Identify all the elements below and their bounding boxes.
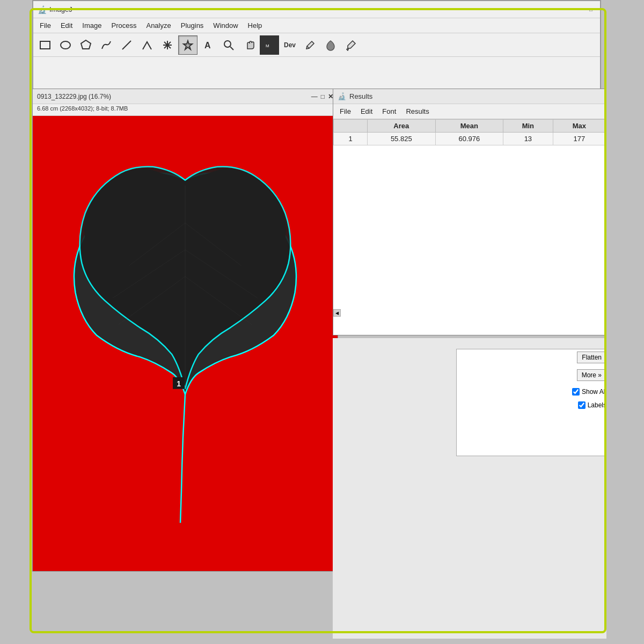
cell-min: 13 (503, 133, 553, 145)
results-title-bar: 🔬 Results (333, 89, 606, 104)
dropper-tool[interactable] (341, 35, 361, 55)
menu-edit[interactable]: Edit (56, 20, 77, 31)
labels-check[interactable] (578, 401, 586, 409)
color-picker-tool[interactable] (321, 35, 340, 55)
cell-index: 1 (334, 133, 368, 145)
freehand-tool[interactable] (97, 35, 116, 55)
dev-label: Dev (284, 41, 296, 49)
image-window-controls: — □ ✕ (311, 93, 333, 100)
image-title: 0913_132229.jpg (16.7%) (37, 93, 111, 100)
col-header-min: Min (503, 120, 553, 133)
menu-image[interactable]: Image (78, 20, 106, 31)
svg-marker-8 (184, 41, 192, 49)
image-info-bar: 6.68 cm (2268x4032); 8-bit; 8.7MB (33, 104, 338, 116)
angle-tool[interactable] (137, 35, 157, 55)
scroll-left-btn[interactable]: ◀ (333, 309, 341, 317)
imagej-title: ImageJ (49, 5, 574, 13)
image-info-text: 6.68 cm (2268x4032); 8-bit; 8.7MB (37, 105, 128, 112)
results-menu-file[interactable]: File (335, 106, 355, 116)
flatten-btn[interactable]: Flatten (577, 352, 606, 363)
svg-point-10 (224, 41, 231, 47)
text-tool[interactable]: A (199, 35, 218, 55)
menu-analyze[interactable]: Analyze (142, 20, 175, 31)
svg-point-1 (61, 41, 70, 49)
window-controls: — □ (574, 5, 596, 14)
wand-tool[interactable] (178, 35, 197, 55)
results-title: Results (349, 92, 372, 100)
results-scroll-area[interactable]: Area Mean Min Max 1 55.825 60.976 13 177… (333, 119, 606, 317)
col-header-mean: Mean (435, 120, 503, 133)
labels-label: Labels (588, 401, 606, 409)
more-label: More » (582, 371, 602, 379)
table-row: 1 55.825 60.976 13 177 (334, 133, 606, 145)
col-header-max: Max (553, 120, 605, 133)
svg-text:1: 1 (177, 379, 181, 388)
svg-rect-0 (40, 41, 50, 49)
svg-line-3 (122, 41, 131, 49)
menu-plugins[interactable]: Plugins (177, 20, 208, 31)
dev-button[interactable]: Dev (280, 35, 299, 55)
menu-process[interactable]: Process (107, 20, 141, 31)
rectangle-tool[interactable] (35, 35, 55, 55)
zoom-tool[interactable] (219, 35, 238, 55)
oval-tool[interactable] (56, 35, 75, 55)
show-all-check[interactable] (572, 388, 580, 396)
polygon-tool[interactable] (76, 35, 96, 55)
results-menu-bar: File Edit Font Results (333, 104, 606, 119)
results-icon: 🔬 (338, 92, 346, 100)
results-menu-results[interactable]: Results (401, 106, 433, 116)
menu-window[interactable]: Window (209, 20, 242, 31)
imagej-main-window: 🔬 ImageJ — □ File Edit Image Process Ana… (32, 0, 601, 97)
cell-mean: 60.976 (435, 133, 503, 145)
cell-max: 177 (553, 133, 605, 145)
more-btn[interactable]: More » (577, 369, 606, 381)
col-header-area: Area (367, 120, 435, 133)
svg-line-11 (230, 47, 233, 50)
imagej-toolbar: A M Dev (33, 33, 600, 57)
cell-area: 55.825 (367, 133, 435, 145)
menu-file[interactable]: File (35, 20, 55, 31)
results-window: 🔬 Results File Edit Font Results Area Me… (333, 89, 606, 335)
svg-marker-2 (81, 40, 91, 49)
flatten-label: Flatten (582, 354, 602, 361)
bottom-panel: Flatten More » Show All Labels ▼ (333, 338, 606, 639)
line-tool[interactable] (117, 35, 136, 55)
pencil-tool[interactable] (301, 35, 320, 55)
svg-text:M: M (266, 43, 269, 48)
multipoint-tool[interactable] (158, 35, 177, 55)
svg-text:A: A (204, 41, 211, 50)
imagej-icon: 🔬 (38, 5, 46, 14)
macro-tool[interactable]: M (260, 35, 279, 55)
hand-tool[interactable] (239, 35, 259, 55)
imagej-title-bar: 🔬 ImageJ — □ (33, 1, 600, 18)
image-canvas[interactable]: 1 (33, 116, 338, 571)
image-title-bar: 0913_132229.jpg (16.7%) — □ ✕ (33, 89, 338, 104)
main-menu-bar: File Edit Image Process Analyze Plugins … (33, 18, 600, 33)
results-table: Area Mean Min Max 1 55.825 60.976 13 177 (333, 119, 606, 145)
image-window: 0913_132229.jpg (16.7%) — □ ✕ 6.68 cm (2… (32, 89, 338, 572)
col-header-index (334, 120, 368, 133)
image-minimize-btn[interactable]: — (311, 93, 318, 100)
results-menu-font[interactable]: Font (378, 106, 400, 116)
maximize-btn[interactable]: □ (586, 5, 596, 14)
menu-help[interactable]: Help (244, 20, 267, 31)
image-maximize-btn[interactable]: □ (321, 93, 325, 100)
minimize-btn[interactable]: — (574, 5, 584, 14)
results-menu-edit[interactable]: Edit (356, 106, 377, 116)
show-all-label: Show All (582, 388, 606, 396)
